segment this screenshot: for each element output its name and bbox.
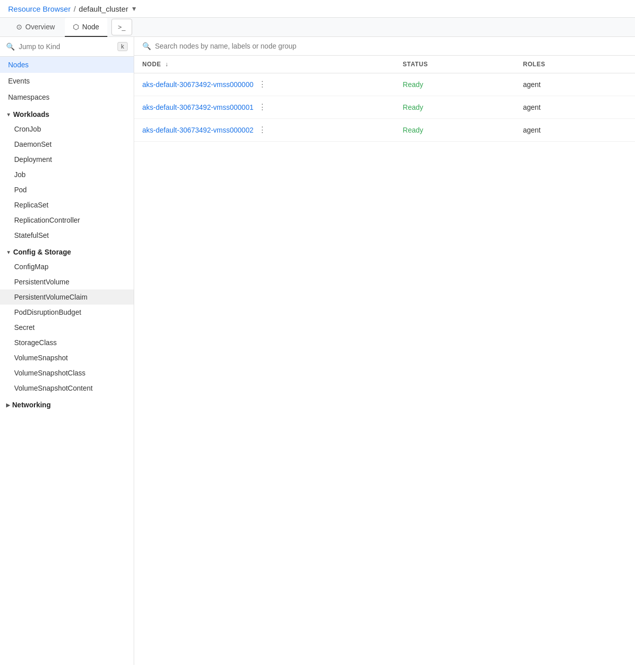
- sidebar-item-nodes[interactable]: Nodes: [0, 57, 134, 73]
- sidebar-item-events[interactable]: Events: [0, 73, 134, 89]
- breadcrumb-separator: /: [73, 5, 75, 13]
- breadcrumb: Resource Browser / default_cluster ▾: [8, 4, 136, 13]
- roles-cell-1: agent: [515, 96, 635, 119]
- main-layout: 🔍 k Nodes Events Namespaces ▼ Workloads …: [0, 37, 635, 665]
- row-menu-2[interactable]: ⋮: [256, 125, 268, 135]
- overview-icon: ⊙: [16, 23, 22, 31]
- roles-cell-2: agent: [515, 119, 635, 142]
- status-badge-2: Ready: [403, 126, 423, 134]
- status-cell-2: Ready: [394, 119, 514, 142]
- row-menu-0[interactable]: ⋮: [256, 79, 268, 90]
- node-cell-2: aks-default-30673492-vmss000002 ⋮: [134, 119, 394, 142]
- table-row: aks-default-30673492-vmss000001 ⋮ Ready …: [134, 96, 635, 119]
- sort-icon: ↓: [165, 61, 169, 68]
- col-roles: ROLES: [515, 56, 635, 73]
- content-area: 🔍 NODE ↓ STATUS ROLES: [134, 37, 635, 665]
- config-storage-expand-icon: ▼: [6, 249, 11, 255]
- tab-overview[interactable]: ⊙ Overview: [8, 18, 63, 37]
- breadcrumb-resource-browser[interactable]: Resource Browser: [8, 5, 70, 13]
- sidebar-item-job[interactable]: Job: [0, 167, 134, 182]
- search-icon: 🔍: [6, 43, 15, 51]
- col-node: NODE ↓: [134, 56, 394, 73]
- workloads-expand-icon: ▼: [6, 112, 11, 117]
- chevron-down-icon[interactable]: ▾: [132, 4, 136, 13]
- sidebar-item-cronjob[interactable]: CronJob: [0, 121, 134, 137]
- node-link-2[interactable]: aks-default-30673492-vmss000002: [142, 126, 253, 134]
- node-cell-0: aks-default-30673492-vmss000000 ⋮: [134, 73, 394, 96]
- sidebar-section-config-storage[interactable]: ▼ Config & Storage: [0, 243, 134, 259]
- header: Resource Browser / default_cluster ▾: [0, 0, 635, 18]
- sidebar: 🔍 k Nodes Events Namespaces ▼ Workloads …: [0, 37, 134, 665]
- roles-cell-0: agent: [515, 73, 635, 96]
- jump-to-kind-input[interactable]: [19, 43, 113, 51]
- tab-bar: ⊙ Overview ⬡ Node >_: [0, 18, 635, 37]
- table-header-row: NODE ↓ STATUS ROLES: [134, 56, 635, 73]
- sidebar-item-secret[interactable]: Secret: [0, 320, 134, 335]
- tab-terminal[interactable]: >_: [111, 19, 132, 35]
- sidebar-item-replicationcontroller[interactable]: ReplicationController: [0, 213, 134, 228]
- sidebar-section-workloads[interactable]: ▼ Workloads: [0, 105, 134, 121]
- sidebar-item-pod[interactable]: Pod: [0, 182, 134, 197]
- sidebar-item-volumesnapshotclass[interactable]: VolumeSnapshotClass: [0, 365, 134, 381]
- node-search-bar: 🔍: [134, 37, 635, 56]
- sidebar-item-volumesnapshotcontent[interactable]: VolumeSnapshotContent: [0, 381, 134, 396]
- col-status: STATUS: [394, 56, 514, 73]
- sidebar-item-deployment[interactable]: Deployment: [0, 152, 134, 167]
- sidebar-section-networking[interactable]: ▶ Networking: [0, 396, 134, 412]
- node-link-1[interactable]: aks-default-30673492-vmss000001: [142, 103, 253, 111]
- node-search-input[interactable]: [155, 42, 627, 50]
- node-icon: ⬡: [73, 23, 79, 31]
- sidebar-item-storageclass[interactable]: StorageClass: [0, 335, 134, 350]
- node-cell-1: aks-default-30673492-vmss000001 ⋮: [134, 96, 394, 119]
- nodes-table: NODE ↓ STATUS ROLES aks-default-30673492…: [134, 56, 635, 142]
- tab-node-label: Node: [82, 23, 99, 31]
- sidebar-item-daemonset[interactable]: DaemonSet: [0, 137, 134, 152]
- sidebar-item-namespaces[interactable]: Namespaces: [0, 89, 134, 105]
- breadcrumb-cluster: default_cluster: [79, 5, 129, 13]
- sidebar-item-persistentvolumeclaim[interactable]: PersistentVolumeClaim: [0, 289, 134, 305]
- table-row: aks-default-30673492-vmss000002 ⋮ Ready …: [134, 119, 635, 142]
- status-badge-0: Ready: [403, 80, 423, 89]
- sidebar-item-replicaset[interactable]: ReplicaSet: [0, 197, 134, 213]
- nodes-table-wrap: NODE ↓ STATUS ROLES aks-default-30673492…: [134, 56, 635, 665]
- content-search-icon: 🔍: [142, 42, 151, 50]
- status-cell-1: Ready: [394, 96, 514, 119]
- row-menu-1[interactable]: ⋮: [256, 102, 268, 112]
- table-row: aks-default-30673492-vmss000000 ⋮ Ready …: [134, 73, 635, 96]
- sidebar-item-volumesnapshot[interactable]: VolumeSnapshot: [0, 350, 134, 365]
- sidebar-item-persistentvolume[interactable]: PersistentVolume: [0, 274, 134, 289]
- tab-node[interactable]: ⬡ Node: [65, 18, 107, 37]
- sidebar-item-poddisruptionbudget[interactable]: PodDisruptionBudget: [0, 305, 134, 320]
- status-cell-0: Ready: [394, 73, 514, 96]
- keyboard-shortcut-badge: k: [117, 42, 128, 51]
- status-badge-1: Ready: [403, 103, 423, 111]
- tab-overview-label: Overview: [25, 23, 55, 31]
- jump-to-kind: 🔍 k: [0, 37, 134, 57]
- terminal-icon: >_: [118, 23, 126, 31]
- sidebar-item-configmap[interactable]: ConfigMap: [0, 259, 134, 274]
- sidebar-item-statefulset[interactable]: StatefulSet: [0, 228, 134, 243]
- node-link-0[interactable]: aks-default-30673492-vmss000000: [142, 80, 253, 89]
- networking-expand-icon: ▶: [6, 402, 10, 408]
